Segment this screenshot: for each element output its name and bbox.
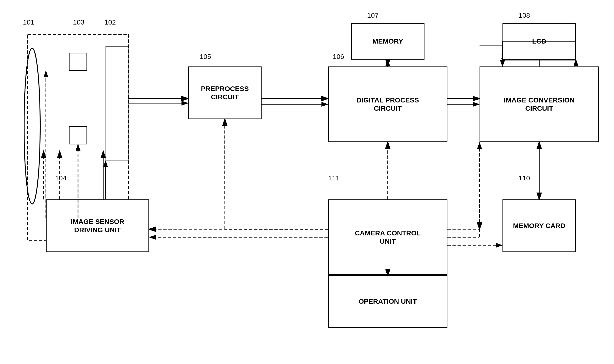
label-101: 101 bbox=[23, 18, 34, 26]
memory-card-block: MEMORY CARD bbox=[503, 199, 576, 252]
label-106: 106 bbox=[333, 53, 344, 61]
image-conversion-circuit-block: IMAGE CONVERSION CIRCUIT bbox=[479, 66, 599, 142]
image-sensor-102 bbox=[106, 46, 128, 160]
camera-control-unit-block: CAMERA CONTROL UNIT bbox=[328, 199, 447, 275]
image-sensor-driving-block: IMAGE SENSOR DRIVING UNIT bbox=[46, 199, 149, 252]
lcd-block: LCD bbox=[503, 23, 576, 60]
component-103-top bbox=[69, 53, 87, 71]
operation-unit-block: OPERATION UNIT bbox=[328, 275, 447, 328]
label-104: 104 bbox=[55, 174, 67, 182]
label-103: 103 bbox=[73, 18, 84, 26]
component-103-bottom bbox=[69, 126, 87, 144]
label-107: 107 bbox=[367, 12, 379, 19]
label-108: 108 bbox=[518, 12, 530, 19]
digital-process-circuit-block: DIGITAL PROCESS CIRCUIT bbox=[328, 66, 447, 142]
label-102: 102 bbox=[104, 18, 116, 26]
label-111: 111 bbox=[328, 174, 340, 182]
svg-point-22 bbox=[24, 48, 40, 204]
preprocess-circuit-block: PREPROCESS CIRCUIT bbox=[188, 66, 261, 119]
diagram: 101 103 102 104 105 106 107 108 109 110 … bbox=[0, 0, 614, 364]
memory-block: MEMORY bbox=[351, 23, 424, 60]
label-110: 110 bbox=[518, 174, 530, 182]
label-105: 105 bbox=[200, 53, 211, 61]
lens-101 bbox=[23, 46, 41, 206]
